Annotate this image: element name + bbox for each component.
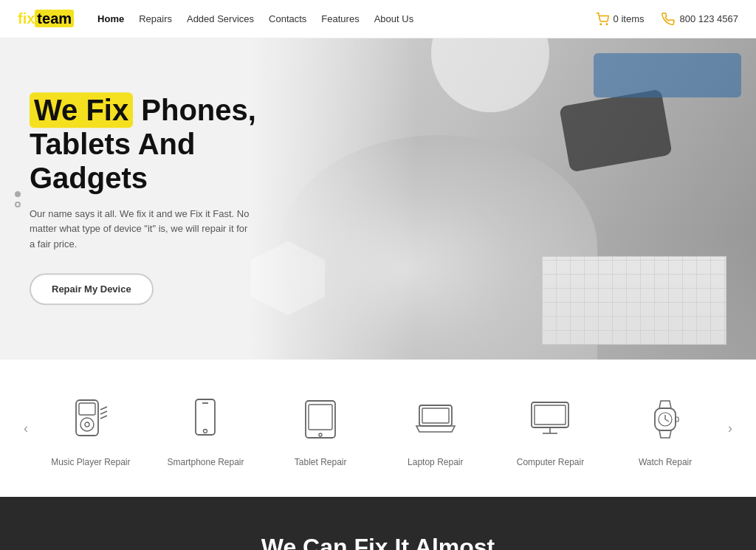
- nav-features[interactable]: Features: [321, 13, 359, 24]
- logo-fix: fix: [18, 10, 35, 27]
- smartphone-icon: [176, 389, 235, 448]
- svg-line-6: [100, 407, 107, 410]
- tablet-icon: [291, 389, 350, 448]
- svg-rect-13: [309, 405, 332, 430]
- nav-repairs[interactable]: Repairs: [139, 13, 172, 24]
- laptop-svg: [413, 396, 458, 441]
- phone-label: 800 123 4567: [679, 13, 738, 24]
- svg-point-0: [600, 24, 602, 25]
- services-grid: Music Player Repair Smartphone Repair: [37, 389, 719, 467]
- logo[interactable]: fixteam: [18, 10, 74, 27]
- svg-point-11: [204, 430, 207, 433]
- carousel-next-button[interactable]: ›: [719, 417, 741, 439]
- music-player-svg: [69, 396, 113, 441]
- phone-button[interactable]: 800 123 4567: [662, 13, 738, 26]
- service-label-laptop: Laptop Repair: [408, 457, 463, 467]
- services-carousel: ‹ Music Player: [15, 389, 741, 467]
- logo-team: team: [35, 10, 74, 27]
- service-item-smartphone[interactable]: Smartphone Repair: [161, 389, 250, 467]
- hero-section: We Fix Phones, Tablets And Gadgets Our n…: [0, 38, 756, 360]
- service-item-music[interactable]: Music Player Repair: [47, 389, 135, 467]
- cart-icon: [596, 13, 609, 26]
- music-player-icon: [61, 389, 120, 448]
- computer-icon: [520, 389, 580, 448]
- nav-links: Home Repairs Added Services Contacts Fea…: [97, 13, 413, 24]
- service-label-computer: Computer Repair: [517, 457, 584, 467]
- carousel-prev-button[interactable]: ‹: [15, 417, 37, 439]
- svg-point-1: [606, 24, 608, 25]
- dot-1[interactable]: [15, 191, 21, 197]
- service-item-laptop[interactable]: Laptop Repair: [391, 389, 480, 467]
- hero-subtitle: Our name says it all. We fix it and we F…: [30, 207, 251, 252]
- service-label-tablet: Tablet Repair: [295, 457, 347, 467]
- slide-indicators: [15, 191, 21, 207]
- svg-line-7: [100, 411, 107, 414]
- hero-title-rest: Phones,: [133, 94, 256, 126]
- phone-icon: [662, 13, 675, 26]
- footer-title: We Can Fix It Almost: [44, 534, 712, 550]
- svg-line-24: [665, 419, 669, 422]
- svg-rect-25: [676, 417, 678, 422]
- navbar-left: fixteam Home Repairs Added Services Cont…: [18, 10, 413, 27]
- nav-home[interactable]: Home: [97, 13, 124, 24]
- laptop-icon: [406, 389, 465, 448]
- service-label-smartphone: Smartphone Repair: [167, 457, 244, 467]
- hero-highlight: We Fix: [30, 92, 133, 128]
- navbar: fixteam Home Repairs Added Services Cont…: [0, 0, 756, 38]
- computer-svg: [528, 396, 572, 441]
- hero-content: We Fix Phones, Tablets And Gadgets Our n…: [30, 93, 256, 305]
- hero-title-line2: Tablets And: [30, 128, 195, 160]
- svg-point-4: [80, 418, 94, 431]
- hero-title: We Fix Phones, Tablets And Gadgets: [30, 93, 256, 195]
- svg-rect-12: [306, 401, 335, 438]
- service-item-tablet[interactable]: Tablet Repair: [276, 389, 365, 467]
- svg-rect-3: [79, 403, 95, 415]
- service-item-watch[interactable]: Watch Repair: [621, 389, 709, 467]
- watch-svg: [643, 396, 687, 441]
- watch-icon: [636, 389, 695, 448]
- service-item-computer[interactable]: Computer Repair: [506, 389, 594, 467]
- svg-rect-16: [422, 408, 449, 423]
- cart-label: 0 items: [614, 13, 645, 24]
- dot-2[interactable]: [15, 202, 21, 207]
- svg-line-8: [100, 416, 107, 419]
- services-section: ‹ Music Player: [0, 360, 756, 497]
- nav-contacts[interactable]: Contacts: [269, 13, 306, 24]
- svg-rect-18: [535, 405, 566, 424]
- nav-about-us[interactable]: About Us: [374, 13, 413, 24]
- navbar-right: 0 items 800 123 4567: [596, 13, 738, 26]
- smartphone-svg: [183, 396, 227, 441]
- svg-point-14: [319, 433, 322, 436]
- service-label-music: Music Player Repair: [51, 457, 130, 467]
- svg-point-5: [85, 422, 89, 427]
- svg-rect-17: [532, 402, 568, 427]
- hero-cta-button[interactable]: Repair My Device: [30, 273, 154, 305]
- cart-button[interactable]: 0 items: [596, 13, 645, 26]
- footer-section: We Can Fix It Almost: [0, 497, 756, 550]
- hero-title-line3: Gadgets: [30, 162, 148, 194]
- tablet-svg: [298, 396, 343, 441]
- service-label-watch: Watch Repair: [639, 457, 692, 467]
- nav-added-services[interactable]: Added Services: [187, 13, 254, 24]
